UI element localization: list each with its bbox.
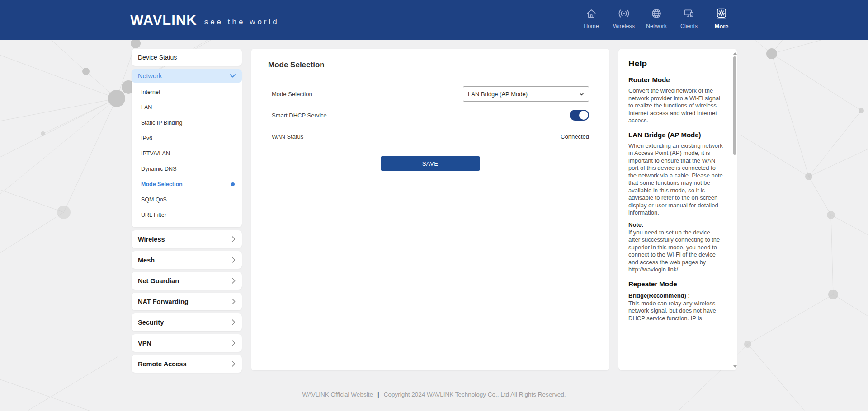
sidebar-item-label: Device Status (138, 54, 177, 61)
sidebar-item-url-filter[interactable]: URL Filter (132, 207, 242, 223)
sidebar-network-items: Internet LAN Static IP Binding IPv6 IPTV… (132, 83, 242, 223)
mode-selection-form: Mode Selection LAN Bridge (AP Mode) Smar… (251, 86, 609, 171)
help-text: When extending an existing network in Ac… (628, 142, 723, 217)
help-panel: Help Router Mode Convert the wired netwo… (618, 49, 737, 370)
wan-status-value: Connected (561, 133, 589, 140)
nav-item-wireless[interactable]: Wireless (609, 6, 638, 30)
smart-dhcp-toggle[interactable] (570, 110, 589, 121)
sidebar-item-mode-selection[interactable]: Mode Selection (132, 177, 242, 192)
sidebar-group-label: Mesh (138, 257, 155, 264)
wan-status-label: WAN Status (272, 133, 303, 140)
sidebar-item-sqm-qos[interactable]: SQM QoS (132, 192, 242, 207)
chevron-right-icon (232, 236, 236, 242)
sidebar-item-label: Mode Selection (141, 181, 183, 187)
nav-item-label: More (714, 23, 728, 30)
sidebar-group-label: VPN (138, 340, 151, 347)
sidebar-group-network: Network Internet LAN Static IP Binding I… (132, 69, 242, 227)
nav-item-home[interactable]: Home (577, 6, 606, 30)
nav-item-label: Wireless (613, 23, 635, 29)
sidebar-group-security[interactable]: Security (132, 313, 242, 331)
scrollbar-thumb[interactable] (733, 56, 736, 155)
sidebar-item-lan[interactable]: LAN (132, 100, 242, 115)
brand-logo: WAVLINK see the world (130, 0, 279, 40)
help-heading-lan-bridge: LAN Bridge (AP Mode) (628, 131, 723, 139)
wan-status-row: WAN Status Connected (272, 129, 589, 144)
scrollbar-up-arrow-icon[interactable] (733, 52, 737, 55)
nav-item-more[interactable]: More (707, 6, 736, 30)
top-nav-menu: Home Wireless Network (577, 6, 736, 30)
sidebar-item-device-status[interactable]: Device Status (132, 49, 242, 66)
sidebar-item-label: Dynamic DNS (141, 166, 177, 172)
brand-tagline: see the world (204, 18, 279, 27)
mode-select-value: LAN Bridge (AP Mode) (468, 91, 528, 98)
title-divider (268, 76, 593, 76)
nav-item-label: Network (646, 23, 667, 29)
help-scrollbar (733, 52, 736, 368)
sidebar-group-network-header[interactable]: Network (132, 69, 242, 83)
home-icon (585, 6, 597, 21)
top-navbar: WAVLINK see the world Home Wireless (0, 0, 868, 40)
mode-select-dropdown[interactable]: LAN Bridge (AP Mode) (463, 86, 589, 102)
scrollbar-down-arrow-icon[interactable] (733, 365, 737, 368)
nav-item-clients[interactable]: Clients (675, 6, 703, 30)
sidebar-item-static-ip-binding[interactable]: Static IP Binding (132, 115, 242, 131)
sidebar-group-vpn[interactable]: VPN (132, 334, 242, 352)
nav-item-network[interactable]: Network (642, 6, 671, 30)
sidebar-group-label: Network (138, 72, 162, 79)
sidebar-group-remote-access[interactable]: Remote Access (132, 355, 242, 373)
sidebar-group-label: Remote Access (138, 360, 186, 368)
help-subheading-note: Note: (628, 221, 723, 228)
toggle-knob (579, 111, 588, 120)
wireless-signal-icon (618, 6, 630, 21)
sidebar-group-label: Net Guardian (138, 277, 179, 285)
page-title: Mode Selection (268, 61, 593, 70)
globe-icon (651, 6, 662, 21)
chevron-right-icon (232, 299, 236, 304)
sidebar-group-label: Security (138, 319, 164, 326)
help-heading-router-mode: Router Mode (628, 76, 723, 84)
chevron-right-icon (232, 319, 236, 325)
sidebar-item-label: IPv6 (141, 135, 152, 141)
active-indicator-dot (231, 182, 235, 186)
sidebar-group-nat-forwarding[interactable]: NAT Forwarding (132, 293, 242, 310)
sidebar-item-label: SQM QoS (141, 196, 167, 203)
sidebar-item-label: IPTV/VLAN (141, 150, 170, 157)
footer-website-link[interactable]: WAVLINK Official Website (302, 391, 373, 398)
smart-dhcp-label: Smart DHCP Service (272, 112, 327, 119)
help-title: Help (628, 59, 723, 69)
help-text: Convert the wired network of the network… (628, 87, 723, 125)
sidebar-item-internet[interactable]: Internet (132, 84, 242, 100)
mode-selection-label: Mode Selection (272, 91, 312, 98)
sidebar-item-dynamic-dns[interactable]: Dynamic DNS (132, 161, 242, 177)
sidebar-group-label: Wireless (138, 236, 165, 243)
sidebar-item-iptv-vlan[interactable]: IPTV/VLAN (132, 146, 242, 161)
sidebar-group-mesh[interactable]: Mesh (132, 251, 242, 269)
help-subheading-bridge: Bridge(Recommend) : (628, 292, 723, 299)
sidebar: Device Status Network Internet LAN Stati… (132, 49, 242, 373)
sidebar-item-label: LAN (141, 104, 152, 111)
chevron-right-icon (232, 340, 236, 346)
chevron-down-icon (579, 93, 584, 96)
footer-separator: | (377, 391, 379, 398)
sidebar-item-label: URL Filter (141, 212, 166, 218)
sidebar-item-label: Internet (141, 89, 160, 95)
sidebar-group-net-guardian[interactable]: Net Guardian (132, 272, 242, 290)
brand-name: WAVLINK (130, 12, 197, 28)
help-text: If you need to set up the device after s… (628, 229, 723, 274)
footer-copyright: Copyright 2024 WAVLINK Technology Co., L… (384, 391, 566, 398)
chevron-right-icon (232, 257, 236, 263)
chevron-right-icon (232, 278, 236, 284)
sidebar-item-label: Static IP Binding (141, 120, 183, 126)
help-text: This mode can relay any wireless network… (628, 300, 723, 322)
chevron-right-icon (232, 361, 236, 367)
gear-more-icon (716, 6, 727, 21)
clients-devices-icon (683, 6, 695, 21)
sidebar-item-ipv6[interactable]: IPv6 (132, 131, 242, 146)
mode-selection-row: Mode Selection LAN Bridge (AP Mode) (272, 86, 589, 102)
save-button[interactable]: SAVE (381, 156, 480, 171)
smart-dhcp-row: Smart DHCP Service (272, 107, 589, 123)
sidebar-group-wireless[interactable]: Wireless (132, 230, 242, 248)
footer: WAVLINK Official Website | Copyright 202… (0, 391, 868, 398)
main-panel: Mode Selection Mode Selection LAN Bridge… (251, 49, 609, 370)
help-heading-repeater-mode: Repeater Mode (628, 280, 723, 288)
